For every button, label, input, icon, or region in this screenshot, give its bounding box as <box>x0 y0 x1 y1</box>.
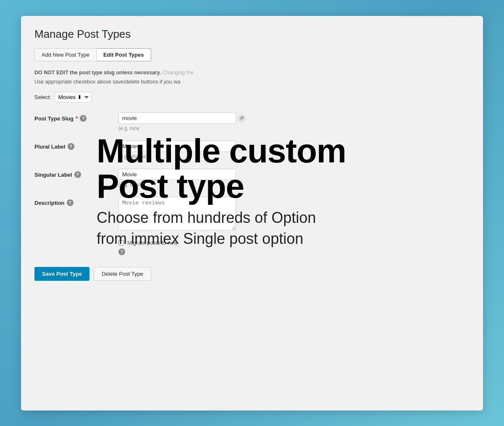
label-singular: Singular Label ? <box>34 169 118 178</box>
migrate-row: Migrate posts to new ? <box>118 240 470 255</box>
label-plural: Plural Label ? <box>34 141 118 150</box>
select-label: Select: <box>34 94 51 100</box>
label-slug: Post Type Slug * ? <box>34 112 118 122</box>
description-textarea[interactable] <box>118 197 236 230</box>
reset-slug-button[interactable]: ↺ <box>238 115 245 122</box>
delete-post-type-button[interactable]: Delete Post Type <box>94 267 151 281</box>
slug-hint: (e.g. mov <box>118 125 470 131</box>
label-description: Description ? <box>34 197 118 206</box>
notice-1-faded: Changing the <box>163 70 194 76</box>
label-singular-text: Singular Label <box>34 172 72 178</box>
notice-2-text: Use appropriate checkbox above save/dele… <box>34 79 180 85</box>
input-wrap-plural: (e.g. Movies) <box>118 141 470 159</box>
input-with-icon-slug: ↺ <box>118 112 470 124</box>
plural-label-input[interactable] <box>118 141 236 152</box>
slug-input[interactable] <box>118 112 236 124</box>
form-row-singular: Singular Label ? (e.g. Movie) <box>34 169 470 188</box>
required-indicator: * <box>76 115 78 122</box>
label-slug-text: Post Type Slug <box>34 115 74 122</box>
notice-1-bold: DO NOT EDIT the post type slug unless ne… <box>34 70 161 76</box>
migrate-checkbox[interactable] <box>118 240 124 246</box>
input-wrap-slug: ↺ (e.g. mov <box>118 112 470 131</box>
input-wrap-singular: (e.g. Movie) <box>118 169 470 188</box>
tab-add-new[interactable]: Add New Post Type <box>34 48 97 61</box>
migrate-text: Migrate posts to new <box>127 240 178 246</box>
page-title: Manage Post Types <box>34 28 470 41</box>
plural-hint: (e.g. Movies) <box>118 154 470 159</box>
save-post-type-button[interactable]: Save Post Type <box>34 267 89 281</box>
select-row: Select: Movies ⬍ <box>34 92 470 102</box>
form-section: Post Type Slug * ? ↺ (e.g. mov Plural La… <box>34 112 470 230</box>
form-row-slug: Post Type Slug * ? ↺ (e.g. mov <box>34 112 470 131</box>
form-row-plural: Plural Label ? (e.g. Movies) <box>34 141 470 159</box>
singular-label-input[interactable] <box>118 169 236 180</box>
label-plural-text: Plural Label <box>34 144 66 150</box>
help-icon-singular[interactable]: ? <box>74 171 81 178</box>
singular-hint: (e.g. Movie) <box>118 182 470 188</box>
help-icon-plural[interactable]: ? <box>68 143 74 150</box>
help-icon-slug[interactable]: ? <box>80 115 87 122</box>
action-row: Save Post Type Delete Post Type <box>34 267 470 281</box>
form-row-description: Description ? <box>34 197 470 230</box>
input-wrap-description <box>118 197 470 230</box>
tab-edit[interactable]: Edit Post Types <box>97 48 151 61</box>
help-icon-description[interactable]: ? <box>67 199 74 206</box>
migrate-label: Migrate posts to new <box>118 240 470 246</box>
main-card: Manage Post Types Add New Post Type Edit… <box>21 16 483 410</box>
post-type-select[interactable]: Movies ⬍ <box>55 92 92 102</box>
help-icon-migrate[interactable]: ? <box>118 248 125 255</box>
notice-2: Use appropriate checkbox above save/dele… <box>34 78 470 86</box>
tabs-container: Add New Post Type Edit Post Types <box>34 48 470 61</box>
notice-1: DO NOT EDIT the post type slug unless ne… <box>34 69 470 77</box>
label-description-text: Description <box>34 200 65 206</box>
